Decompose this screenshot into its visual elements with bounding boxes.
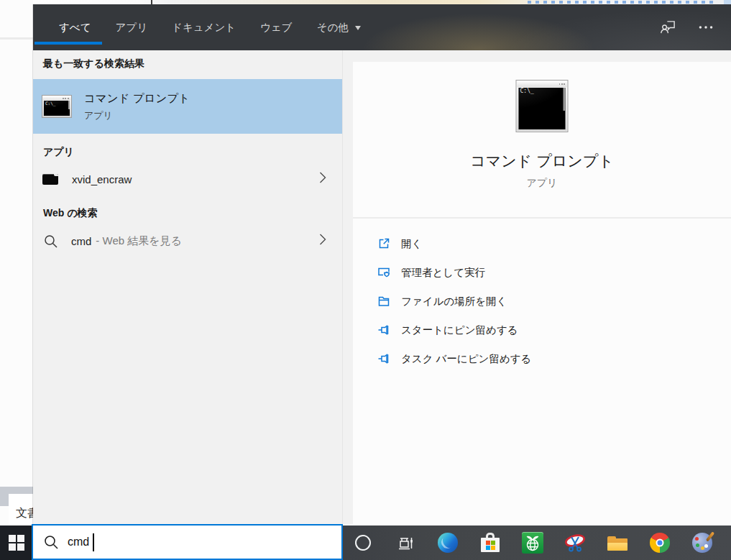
action-run-as-administrator[interactable]: 管理者として実行 <box>377 258 717 287</box>
action-pin-to-taskbar[interactable]: タスク バーにピン留めする <box>377 344 717 373</box>
app-result-label: xvid_encraw <box>72 173 132 185</box>
best-match-row[interactable]: C:\_ コマンド プロンプト アプリ <box>33 79 342 134</box>
pin-to-taskbar-icon <box>377 352 391 366</box>
action-open[interactable]: 開く <box>377 229 717 258</box>
toolbar-text-behind <box>528 1 716 4</box>
command-prompt-icon: C:\_ <box>42 95 72 118</box>
app-result-row[interactable]: xvid_encraw <box>33 162 342 196</box>
xvid-encraw-icon <box>42 174 58 185</box>
tab-documents[interactable]: ドキュメント <box>162 21 245 35</box>
feedback-icon[interactable] <box>659 18 678 37</box>
action-pin-to-start[interactable]: スタートにピン留めする <box>377 316 717 344</box>
text-caret <box>93 533 94 551</box>
tab-all[interactable]: すべて <box>50 21 101 35</box>
search-icon <box>43 234 58 249</box>
taskbar-search-box[interactable] <box>32 524 343 560</box>
more-options-icon[interactable] <box>696 18 715 37</box>
preview-subtitle: アプリ <box>353 177 731 190</box>
open-icon <box>377 237 391 251</box>
desktop-strip: 文書 <box>0 0 33 525</box>
search-input[interactable] <box>68 536 341 548</box>
web-query-suffix: - Web 結果を見る <box>96 234 182 248</box>
search-panel: すべて アプリ ドキュメント ウェブ その他 <box>33 4 731 524</box>
microsoft-store-icon[interactable] <box>476 528 505 557</box>
paint-icon[interactable] <box>688 528 717 557</box>
section-header-web: Web の検索 <box>43 207 98 220</box>
tab-apps[interactable]: アプリ <box>106 21 157 35</box>
window-edge-behind <box>0 37 33 40</box>
pin-to-start-icon <box>377 323 391 337</box>
green-globe-app-icon[interactable] <box>518 528 547 557</box>
command-prompt-icon-large: C:\_ <box>516 80 569 132</box>
result-subtitle: アプリ <box>84 109 190 122</box>
snipping-tool-icon[interactable] <box>561 528 589 557</box>
context-actions: 開く 管理者として実行 ファイルの場所を開く <box>377 229 717 373</box>
tab-more[interactable]: その他 <box>308 21 370 35</box>
preview-card: C:\_ コマンド プロンプト アプリ <box>353 62 731 219</box>
start-button[interactable] <box>0 525 33 560</box>
action-open-file-location[interactable]: ファイルの場所を開く <box>377 287 717 316</box>
preview-title: コマンド プロンプト <box>353 151 731 171</box>
search-icon <box>43 534 59 550</box>
active-tab-indicator <box>35 42 102 45</box>
run-as-admin-icon <box>377 265 391 280</box>
file-explorer-icon[interactable] <box>603 528 632 557</box>
open-file-location-icon <box>377 294 391 308</box>
chrome-icon[interactable] <box>645 528 674 557</box>
cortana-icon[interactable] <box>349 528 377 557</box>
web-query-text: cmd <box>71 235 91 247</box>
chevron-down-icon <box>355 26 361 30</box>
tab-web[interactable]: ウェブ <box>251 21 302 35</box>
search-filter-header: すべて アプリ ドキュメント ウェブ その他 <box>33 4 731 50</box>
edge-icon[interactable] <box>433 528 462 557</box>
section-header-apps: アプリ <box>43 146 74 159</box>
windows-logo-icon <box>9 535 24 551</box>
chevron-right-icon[interactable] <box>319 172 326 187</box>
section-header-best-match: 最も一致する検索結果 <box>43 58 144 70</box>
screen: 文書 すべて アプリ ドキュメント ウェブ その他 <box>0 0 731 560</box>
web-search-row[interactable]: cmd - Web 結果を見る <box>33 223 342 259</box>
preview-pane: C:\_ コマンド プロンプト アプリ 開く <box>343 50 731 524</box>
chevron-right-icon[interactable] <box>319 234 326 249</box>
result-title: コマンド プロンプト <box>84 91 190 106</box>
taskbar-icons <box>349 525 717 560</box>
documents-label: 文書 <box>16 506 33 521</box>
task-view-icon[interactable] <box>391 528 420 557</box>
results-column: 最も一致する検索結果 C:\_ コマンド プロンプト アプリ アプリ xvid_… <box>33 50 343 524</box>
